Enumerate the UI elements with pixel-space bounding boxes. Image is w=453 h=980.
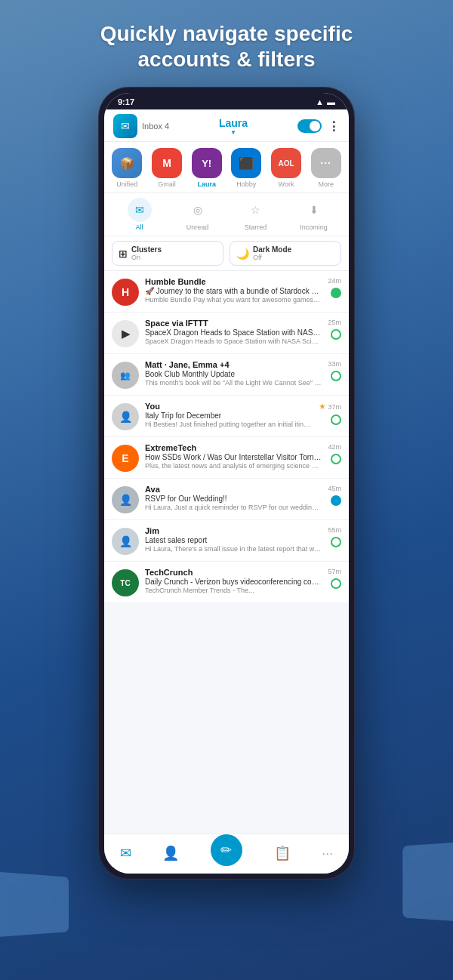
email-list: H Humble Bundle 🚀 Journey to the stars w… <box>104 271 349 834</box>
header-right: ⋮ <box>297 119 340 134</box>
tab-gmail[interactable]: M Gmail <box>149 148 186 188</box>
email-sender: Humble Bundle <box>145 277 322 286</box>
email-subject: SpaceX Dragon Heads to Space Station wit… <box>145 328 322 337</box>
email-meta: 55m <box>328 526 341 547</box>
darkmode-text: Dark Mode Off <box>253 245 291 261</box>
tab-more-label: More <box>318 180 334 188</box>
darkmode-icon: 🌙 <box>236 248 249 260</box>
nav-inbox[interactable]: ✉ <box>120 845 131 861</box>
email-preview: Hi Laura, Just a quick reminder to RSVP … <box>145 504 322 511</box>
incoming-filter-icon: ⬇ <box>302 198 326 222</box>
star-icon: ★ <box>319 402 326 411</box>
email-item[interactable]: TC TechCrunch Daily Crunch - Verizon buy… <box>104 562 349 603</box>
email-preview: Hi Laura, There's a small issue in the l… <box>145 545 322 553</box>
clusters-name: Clusters <box>131 245 162 254</box>
email-sender: You <box>145 402 313 411</box>
app-header: ✉ Inbox 4 Laura ▼ ⋮ <box>104 109 349 142</box>
email-meta: ★ 37m <box>319 402 341 425</box>
tab-unified[interactable]: 📦 Unified <box>109 148 146 188</box>
filter-unread-label: Unread <box>186 223 209 231</box>
email-time: 37m <box>328 403 341 411</box>
email-sender: ExtremeTech <box>145 443 322 452</box>
filter-starred-label: Starred <box>245 223 267 231</box>
avatar: 👤 <box>112 403 139 430</box>
nav-tasks[interactable]: 📋 <box>274 845 291 861</box>
tab-laura[interactable]: Y! Laura <box>188 148 225 188</box>
email-subject: Daily Crunch - Verizon buys videoconfere… <box>145 578 322 586</box>
header-center[interactable]: Laura ▼ <box>219 117 248 136</box>
email-subject: How SSDs Work / Was Our Interstellar Vis… <box>145 453 322 461</box>
filter-bar: ✉ All ◎ Unread ☆ Starred ⬇ Incoming <box>104 193 349 236</box>
email-item[interactable]: E ExtremeTech How SSDs Work / Was Our In… <box>104 437 349 479</box>
email-content: Jim Latest sales report Hi Laura, There'… <box>145 526 322 553</box>
inbox-nav-icon: ✉ <box>120 845 131 861</box>
tab-hobby[interactable]: ⬛ Hobby <box>228 148 265 188</box>
nav-more[interactable]: ··· <box>322 846 333 861</box>
unread-dot <box>331 414 341 425</box>
email-content: Space via IFTTT SpaceX Dragon Heads to S… <box>145 319 322 345</box>
tab-hobby-label: Hobby <box>236 180 256 188</box>
wifi-icon: ▲ <box>316 97 324 106</box>
email-item[interactable]: H Humble Bundle 🚀 Journey to the stars w… <box>104 271 349 313</box>
avatar: E <box>112 445 139 472</box>
email-sender: Ava <box>145 485 322 494</box>
email-preview: Plus, the latest news and analysis of em… <box>145 462 322 470</box>
unread-dot <box>331 454 341 464</box>
toggle-switch[interactable] <box>297 119 322 133</box>
avatar: 👤 <box>112 486 139 513</box>
email-subject: 🚀 Journey to the stars with a bundle of … <box>145 287 322 295</box>
email-time: 55m <box>328 526 341 534</box>
email-meta: 24m <box>328 277 341 298</box>
email-item[interactable]: 👥 Matt · Jane, Emma +4 Book Club Monthly… <box>104 354 349 396</box>
avatar: TC <box>112 569 139 596</box>
email-subject: Latest sales report <box>145 536 322 544</box>
tasks-nav-icon: 📋 <box>274 845 291 861</box>
email-time: 25m <box>328 319 341 326</box>
filter-starred[interactable]: ☆ Starred <box>228 198 283 231</box>
email-item[interactable]: 👤 Ava RSVP for Our Wedding!! Hi Laura, J… <box>104 479 349 520</box>
clusters-button[interactable]: ⊞ Clusters On <box>112 241 223 266</box>
tab-gmail-label: Gmail <box>158 180 176 188</box>
email-sender: TechCrunch <box>145 568 322 577</box>
tab-more[interactable]: ··· More <box>307 148 344 188</box>
avatar: 👤 <box>112 528 139 555</box>
headline-line1: Quickly navigate specific <box>100 22 353 45</box>
darkmode-button[interactable]: 🌙 Dark Mode Off <box>230 241 341 266</box>
tab-unified-label: Unified <box>116 180 137 188</box>
email-sender: Matt · Jane, Emma +4 <box>145 360 322 369</box>
filter-incoming[interactable]: ⬇ Incoming <box>286 198 341 231</box>
tab-work[interactable]: AOL Work <box>268 148 305 188</box>
email-preview: This month's book will be "All the Light… <box>145 379 322 387</box>
email-preview: TechCrunch Member Trends - The... <box>145 587 322 594</box>
darkmode-name: Dark Mode <box>253 245 291 254</box>
email-meta: 42m <box>328 443 341 464</box>
more-menu-icon[interactable]: ⋮ <box>328 119 340 134</box>
email-content: ExtremeTech How SSDs Work / Was Our Inte… <box>145 443 322 470</box>
chevron-down-icon: ▼ <box>230 129 236 136</box>
clusters-status: On <box>131 254 162 261</box>
app-logo-icon: ✉ <box>113 114 137 138</box>
compose-button[interactable]: ✏ <box>211 834 242 866</box>
filter-unread[interactable]: ◎ Unread <box>170 198 225 231</box>
more-nav-icon: ··· <box>322 846 333 861</box>
email-sender: Space via IFTTT <box>145 319 322 328</box>
clusters-text: Clusters On <box>131 245 162 261</box>
email-time: 42m <box>328 443 341 451</box>
email-preview: SpaceX Dragon Heads to Space Station wit… <box>145 337 322 345</box>
email-item[interactable]: ▶ Space via IFTTT SpaceX Dragon Heads to… <box>104 313 349 354</box>
email-item[interactable]: 👤 You Italy Trip for December Hi Besties… <box>104 396 349 437</box>
email-subject: RSVP for Our Wedding!! <box>145 495 322 503</box>
filter-incoming-label: Incoming <box>300 223 328 231</box>
email-content: TechCrunch Daily Crunch - Verizon buys v… <box>145 568 322 594</box>
email-item[interactable]: 👤 Jim Latest sales report Hi Laura, Ther… <box>104 520 349 562</box>
filter-all[interactable]: ✉ All <box>112 198 167 231</box>
email-content: Ava RSVP for Our Wedding!! Hi Laura, Jus… <box>145 485 322 511</box>
phone-frame: 9:17 ▲ ▬ ✉ Inbox 4 Laura ▼ ⋮ <box>98 87 355 880</box>
status-bar: 9:17 ▲ ▬ <box>104 93 349 109</box>
clusters-icon: ⊞ <box>119 248 128 260</box>
contacts-nav-icon: 👤 <box>162 845 179 861</box>
nav-contacts[interactable]: 👤 <box>162 845 179 861</box>
starred-filter-icon: ☆ <box>244 198 268 222</box>
email-time: 45m <box>328 485 341 492</box>
account-tabs: 📦 Unified M Gmail Y! Laura ⬛ Hobby AOL W… <box>104 142 349 193</box>
